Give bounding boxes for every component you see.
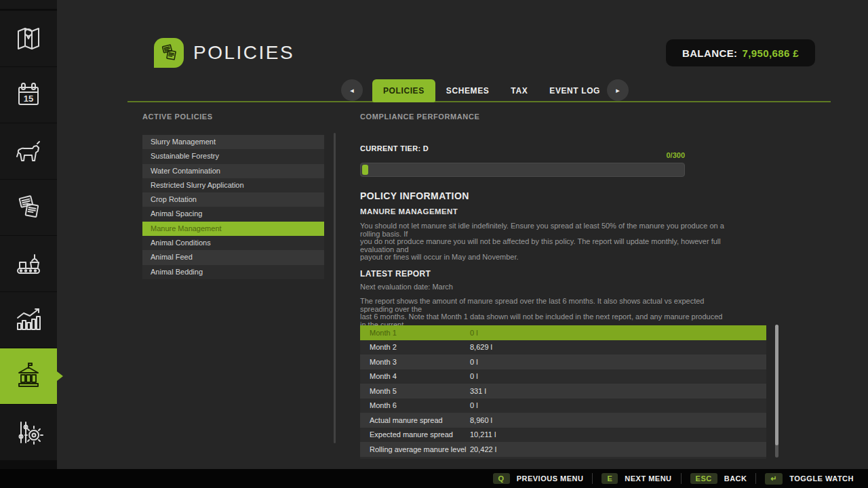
report-row-label: Month 1	[360, 329, 470, 337]
policy-list-item[interactable]: Water Contamination	[142, 164, 324, 178]
page-title: POLICIES	[193, 42, 294, 64]
report-table-row	[360, 457, 766, 460]
policy-info-title: POLICY INFORMATION	[360, 190, 469, 201]
key-badge: E	[601, 473, 618, 484]
report-row-value: 8,960 l	[470, 416, 492, 424]
svg-text:15: 15	[24, 94, 33, 104]
policy-list-item[interactable]: Manure Management	[142, 222, 324, 236]
compliance-progress-bar	[360, 163, 685, 177]
production-icon	[12, 247, 45, 280]
footer-keybar: Q PREVIOUS MENU E NEXT MENU ESC BACK ↵ T…	[0, 469, 868, 488]
report-table-row: Month 4 0 l	[360, 369, 766, 384]
shortcut-label: NEXT MENU	[625, 474, 671, 483]
report-row-label: Month 5	[360, 387, 470, 395]
report-table-row: Month 1 0 l	[360, 325, 766, 340]
footer-shortcut[interactable]: Q PREVIOUS MENU	[484, 473, 593, 484]
report-row-value: 331 l	[470, 387, 486, 395]
report-table: Month 1 0 l Month 2 8,629 l Month 3 0 l …	[360, 325, 766, 459]
animals-icon	[12, 135, 45, 167]
key-badge: Q	[493, 473, 510, 484]
policy-list-item[interactable]: Animal Spacing	[142, 207, 324, 221]
policy-list-item[interactable]: Animal Conditions	[142, 236, 324, 250]
report-row-value: 0 l	[470, 329, 478, 337]
active-policies-list: Slurry ManagementSustainable ForestryWat…	[142, 135, 324, 279]
report-table-row: Expected manure spread 10,211 l	[360, 428, 766, 443]
sidebar-item-partial	[0, 0, 57, 9]
report-row-label: Expected manure spread	[360, 430, 470, 439]
report-table-row: Month 5 331 l	[360, 384, 766, 399]
tier-score: 0/300	[360, 151, 685, 159]
footer-shortcut[interactable]: ↵ TOGGLE WATCH	[755, 473, 863, 484]
policy-list-item[interactable]: Animal Bedding	[142, 265, 324, 279]
report-row-value: 0 l	[470, 401, 478, 409]
sidebar-item-animals[interactable]	[0, 123, 57, 179]
sidebar-item-calendar[interactable]: 15	[0, 67, 57, 123]
statistics-icon	[12, 304, 45, 336]
tab[interactable]: EVENT LOG	[538, 79, 611, 102]
tab[interactable]: POLICIES	[372, 79, 435, 102]
report-row-value: 8,629 l	[470, 343, 492, 351]
report-table-row: Month 2 8,629 l	[360, 340, 766, 355]
footer-shortcut[interactable]: ESC BACK	[681, 473, 756, 484]
main-menu-sidebar: 15	[0, 0, 57, 469]
report-row-value: 20,422 l	[470, 445, 496, 453]
report-table-row: Month 6 0 l	[360, 399, 766, 413]
next-evaluation-date: Next evaluation date: March	[360, 283, 453, 291]
table-scrollbar-thumb[interactable]	[775, 325, 778, 445]
policy-description: You should not let manure sit idle indef…	[360, 222, 730, 262]
balance-label: BALANCE:	[682, 47, 738, 59]
documents-icon	[157, 41, 180, 64]
contracts-icon	[12, 191, 45, 224]
report-table-row: Actual manure spread 8,960 l	[360, 413, 766, 428]
compliance-section-title: COMPLIANCE PERFORMANCE	[360, 113, 479, 121]
report-row-label: Actual manure spread	[360, 416, 470, 424]
settings-icon	[12, 416, 45, 449]
report-row-value: 0 l	[470, 358, 478, 366]
policy-list-item[interactable]: Crop Rotation	[142, 192, 324, 207]
sidebar-item-finances[interactable]	[0, 348, 57, 404]
calendar-icon: 15	[12, 79, 45, 111]
shortcut-label: TOGGLE WATCH	[789, 474, 854, 483]
policies-app-icon	[154, 38, 184, 68]
shortcut-label: BACK	[724, 474, 747, 483]
sidebar-item-production[interactable]	[0, 236, 57, 291]
shortcut-label: PREVIOUS MENU	[517, 474, 584, 483]
active-menu-pointer-icon	[57, 371, 63, 381]
key-badge: ESC	[690, 473, 717, 484]
arrow-left-icon: ◂	[350, 86, 354, 95]
arrow-right-icon: ▸	[616, 86, 620, 95]
footer-shortcut[interactable]: E NEXT MENU	[592, 473, 680, 484]
key-badge: ↵	[765, 473, 783, 485]
report-row-value: 10,211 l	[470, 430, 496, 439]
active-policies-title: ACTIVE POLICIES	[142, 113, 213, 121]
report-table-row: Rolling average manure level 20,422 l	[360, 442, 766, 457]
tab-prev-button[interactable]: ◂	[341, 79, 363, 101]
policy-name: MANURE MANAGEMENT	[360, 207, 458, 216]
report-row-label: Month 4	[360, 372, 470, 380]
policy-list-item[interactable]: Sustainable Forestry	[142, 149, 324, 163]
policy-list-item[interactable]: Restricted Slurry Application	[142, 178, 324, 192]
panel-scrollbar[interactable]	[334, 133, 336, 443]
balance-display: BALANCE: 7,950,686 £	[666, 39, 815, 66]
report-row-label: Month 3	[360, 358, 470, 366]
report-table-row: Month 3 0 l	[360, 354, 766, 369]
report-row-value: 0 l	[470, 372, 478, 380]
policy-list-item[interactable]: Slurry Management	[142, 135, 324, 149]
policy-list-item[interactable]: Animal Feed	[142, 250, 324, 264]
finances-icon	[12, 360, 45, 392]
report-row-label: Month 6	[360, 401, 470, 409]
compliance-progress-fill	[362, 165, 368, 175]
tab[interactable]: TAX	[500, 79, 538, 102]
sidebar-item-statistics[interactable]	[0, 292, 57, 348]
sidebar-item-contracts[interactable]	[0, 180, 57, 235]
table-scrollbar-track[interactable]	[775, 325, 778, 458]
latest-report-title: LATEST REPORT	[360, 269, 431, 279]
report-row-label: Rolling average manure level	[360, 445, 470, 453]
balance-value: 7,950,686 £	[742, 47, 799, 59]
sidebar-item-map[interactable]	[0, 11, 57, 66]
map-icon	[12, 22, 45, 55]
sidebar-item-settings[interactable]	[0, 405, 57, 460]
report-row-label: Month 2	[360, 343, 470, 351]
tab-bar: POLICIESSCHEMESTAXEVENT LOG	[372, 79, 611, 102]
tab[interactable]: SCHEMES	[435, 79, 500, 102]
